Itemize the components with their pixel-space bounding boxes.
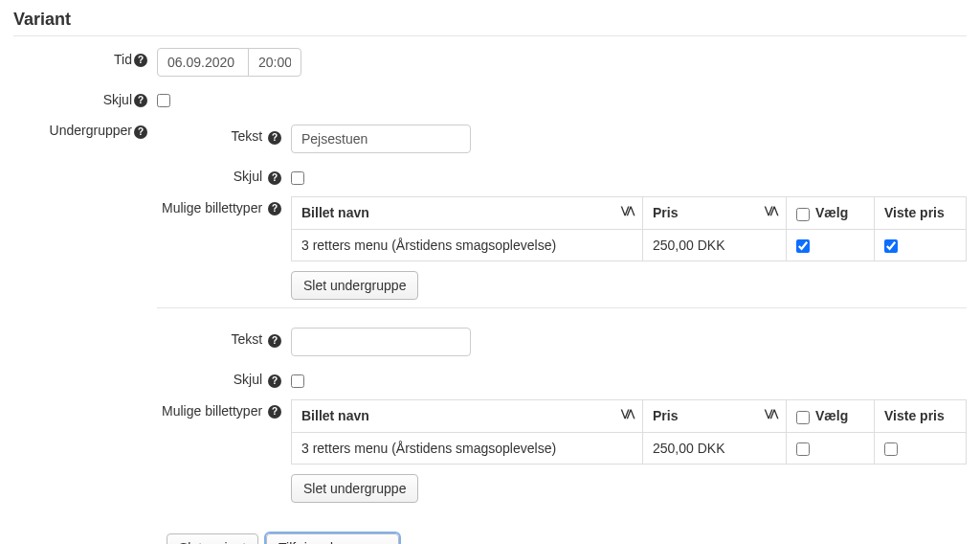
row-subgroup-tekst: Tekst ? <box>157 326 967 356</box>
row-skjul: Skjul? <box>13 86 967 107</box>
th-vaelg-text: Vælg <box>815 408 848 423</box>
help-icon[interactable]: ? <box>268 202 281 215</box>
label-subgroup-skjul: Skjul ? <box>157 366 291 387</box>
th-pris-text: Pris <box>653 205 678 220</box>
cell-pris: 250,00 DKK <box>643 230 787 261</box>
cell-vaelg <box>787 230 875 261</box>
row-subgroup-skjul: Skjul ? <box>157 366 967 387</box>
ticket-table: Billet navn ⋁⋀ Pris ⋁⋀ Vælg <box>291 196 967 262</box>
label-skjul-text: Skjul <box>103 92 132 107</box>
date-input[interactable] <box>157 48 249 77</box>
help-icon[interactable]: ? <box>268 405 281 419</box>
label-skjul: Skjul? <box>13 86 157 107</box>
subgroup: Tekst ? Skjul ? Mulige billettyper ? <box>157 307 967 503</box>
label-skjul-text: Skjul <box>234 169 262 184</box>
label-subgroup-skjul: Skjul ? <box>157 163 291 184</box>
variant-skjul-checkbox[interactable] <box>157 94 170 107</box>
row-showprice-checkbox[interactable] <box>884 239 898 253</box>
label-mulige-billettyper: Mulige billettyper ? <box>157 194 291 215</box>
ticket-table: Billet navn ⋁⋀ Pris ⋁⋀ Vælg <box>291 399 967 465</box>
row-subgroup-tekst: Tekst ? <box>157 123 967 153</box>
time-input[interactable] <box>248 48 301 77</box>
label-undergrupper: Undergrupper? <box>13 117 157 138</box>
label-tekst: Tekst ? <box>157 123 291 144</box>
select-all-checkbox[interactable] <box>796 208 810 221</box>
row-mulige-billettyper: Mulige billettyper ? Billet navn ⋁⋀ Pr <box>157 194 967 301</box>
row-undergrupper: Undergrupper? Tekst ? Skjul ? <box>13 117 967 518</box>
help-icon[interactable]: ? <box>268 171 281 185</box>
label-tid: Tid? <box>13 46 157 67</box>
select-all-checkbox[interactable] <box>796 411 810 424</box>
label-tekst-text: Tekst <box>231 128 262 144</box>
th-pris-text: Pris <box>653 408 678 423</box>
th-viste-pris: Viste pris <box>875 399 967 432</box>
subgroup-tekst-input[interactable] <box>291 328 471 356</box>
cell-billet-navn: 3 retters menu (Årstidens smagsoplevelse… <box>292 433 643 465</box>
help-icon[interactable]: ? <box>134 54 147 67</box>
th-billet-navn-text: Billet navn <box>301 408 369 423</box>
help-icon[interactable]: ? <box>268 374 281 388</box>
row-subgroup-skjul: Skjul ? <box>157 163 967 184</box>
sort-icon[interactable]: ⋁⋀ <box>621 205 633 215</box>
label-tid-text: Tid <box>114 52 132 67</box>
label-tekst-text: Tekst <box>231 331 262 347</box>
cell-viste-pris <box>875 230 967 261</box>
cell-billet-navn: 3 retters menu (Årstidens smagsoplevelse… <box>292 230 643 261</box>
table-row: 3 retters menu (Årstidens smagsoplevelse… <box>292 230 967 261</box>
sort-icon[interactable]: ⋁⋀ <box>621 408 633 419</box>
label-undergrupper-text: Undergrupper <box>50 123 132 138</box>
row-select-checkbox[interactable] <box>796 442 810 456</box>
label-tekst: Tekst ? <box>157 326 291 347</box>
add-subgroup-button[interactable]: Tilføj undergruppe <box>266 533 399 544</box>
th-pris[interactable]: Pris ⋁⋀ <box>643 399 787 432</box>
subgroup-skjul-checkbox[interactable] <box>291 171 304 185</box>
sort-icon[interactable]: ⋁⋀ <box>765 205 776 215</box>
help-icon[interactable]: ? <box>134 125 147 139</box>
th-billet-navn[interactable]: Billet navn ⋁⋀ <box>292 196 643 229</box>
page-title: Variant <box>13 10 967 36</box>
label-skjul-text: Skjul <box>234 372 262 387</box>
cell-viste-pris <box>875 433 967 465</box>
th-vaelg: Vælg <box>787 399 875 432</box>
table-row: 3 retters menu (Årstidens smagsoplevelse… <box>292 433 967 465</box>
th-pris[interactable]: Pris ⋁⋀ <box>643 196 787 229</box>
th-vaelg-text: Vælg <box>815 205 848 220</box>
help-icon[interactable]: ? <box>268 131 281 145</box>
help-icon[interactable]: ? <box>268 334 281 348</box>
row-mulige-billettyper: Mulige billettyper ? Billet navn ⋁⋀ Pr <box>157 397 967 504</box>
delete-subgroup-button[interactable]: Slet undergruppe <box>291 271 418 300</box>
cell-vaelg <box>787 433 875 465</box>
th-billet-navn[interactable]: Billet navn ⋁⋀ <box>292 399 643 432</box>
th-viste-pris: Viste pris <box>875 196 967 229</box>
label-mulige-billettyper: Mulige billettyper ? <box>157 397 291 419</box>
row-showprice-checkbox[interactable] <box>884 442 898 456</box>
delete-subgroup-button[interactable]: Slet undergruppe <box>291 474 418 503</box>
help-icon[interactable]: ? <box>134 94 147 107</box>
label-mulige-billettyper-text: Mulige billettyper <box>162 200 262 215</box>
th-billet-navn-text: Billet navn <box>301 205 369 220</box>
label-mulige-billettyper-text: Mulige billettyper <box>162 403 262 419</box>
cell-pris: 250,00 DKK <box>643 433 787 465</box>
sort-icon[interactable]: ⋁⋀ <box>765 408 776 419</box>
subgroup: Tekst ? Skjul ? Mulige billettyper ? <box>157 123 967 300</box>
delete-variant-button[interactable]: Slet variant <box>167 533 258 544</box>
subgroup-skjul-checkbox[interactable] <box>291 374 304 388</box>
subgroup-tekst-input[interactable] <box>291 125 471 153</box>
th-vaelg: Vælg <box>787 196 875 229</box>
row-tid: Tid? <box>13 46 967 77</box>
variant-footer: Slet variant Tilføj undergruppe <box>167 533 967 544</box>
row-select-checkbox[interactable] <box>796 239 810 253</box>
